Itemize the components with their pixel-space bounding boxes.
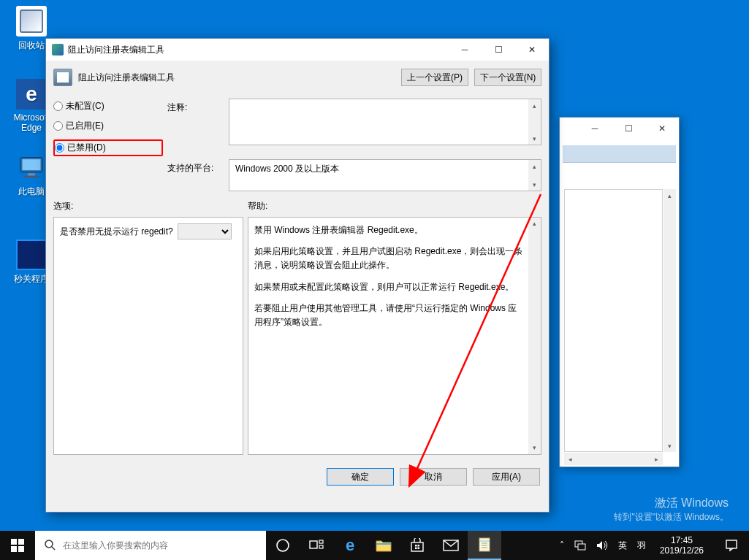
svg-rect-22 xyxy=(479,538,490,551)
scrollbar[interactable]: ▴▾ xyxy=(528,218,541,454)
svg-rect-1 xyxy=(23,159,41,170)
start-button[interactable] xyxy=(0,531,35,560)
scroll-down-icon[interactable]: ▾ xyxy=(528,132,541,145)
help-text: 禁用 Windows 注册表编辑器 Regedit.exe。 xyxy=(254,223,523,237)
file-explorer-icon[interactable] xyxy=(367,531,400,560)
svg-rect-16 xyxy=(411,542,423,551)
help-pane: 禁用 Windows 注册表编辑器 Regedit.exe。 如果启用此策略设置… xyxy=(248,217,541,455)
help-text: 如果禁用或未配置此策略设置，则用户可以正常运行 Regedit.exe。 xyxy=(254,280,523,294)
taskbar-center: e xyxy=(266,531,556,560)
windows-icon xyxy=(11,539,24,552)
watermark-title: 激活 Windows xyxy=(614,496,729,511)
platform-label: 支持的平台: xyxy=(167,159,224,191)
options-label: 选项: xyxy=(53,200,248,212)
trash-icon xyxy=(16,6,47,37)
store-icon[interactable] xyxy=(400,531,434,560)
radio-not-configured[interactable]: 未配置(C) xyxy=(53,100,163,112)
search-placeholder: 在这里输入你要搜索的内容 xyxy=(63,540,168,552)
section-labels: 选项: 帮助: xyxy=(46,196,549,214)
search-box[interactable]: 在这里输入你要搜索的内容 xyxy=(35,531,266,560)
background-window-body: ▴ ▾ ◂ ▸ xyxy=(560,145,679,472)
background-window[interactable]: ─ ☐ ✕ ▴ ▾ ◂ ▸ xyxy=(559,117,680,467)
list-header xyxy=(563,145,676,163)
scrollbar[interactable]: ▴▾ xyxy=(528,160,541,191)
scroll-down-icon[interactable]: ▾ xyxy=(528,178,541,191)
dialog-toolbar: 阻止访问注册表编辑工具 上一个设置(P) 下一个设置(N) xyxy=(46,61,549,94)
list-area xyxy=(564,189,663,452)
volume-icon[interactable] xyxy=(594,531,610,560)
svg-rect-15 xyxy=(376,543,391,545)
svg-rect-19 xyxy=(415,548,417,550)
minimize-button[interactable]: ─ xyxy=(448,39,482,61)
task-view-icon[interactable] xyxy=(300,531,333,560)
maximize-button[interactable]: ☐ xyxy=(482,39,515,61)
svg-rect-17 xyxy=(415,545,417,547)
option-question: 是否禁用无提示运行 regedit? xyxy=(60,226,173,238)
dialog-subtitle: 阻止访问注册表编辑工具 xyxy=(78,72,395,84)
scroll-up-icon[interactable]: ▴ xyxy=(528,218,541,230)
svg-rect-13 xyxy=(319,540,323,543)
ok-button[interactable]: 确定 xyxy=(327,468,394,486)
svg-rect-28 xyxy=(578,544,585,550)
edge-icon: e xyxy=(16,79,47,110)
platform-box: Windows 2000 及以上版本 ▴▾ xyxy=(229,159,541,191)
scroll-up-icon[interactable]: ▴ xyxy=(528,99,541,112)
radio-disabled[interactable]: 已禁用(D) xyxy=(55,142,159,154)
cancel-button[interactable]: 取消 xyxy=(400,468,467,486)
radio-label: 已启用(E) xyxy=(66,120,104,132)
platform-value: Windows 2000 及以上版本 xyxy=(235,164,339,174)
scroll-up-icon[interactable]: ▴ xyxy=(664,189,676,202)
cortana-icon[interactable] xyxy=(266,531,300,560)
help-text: 若要阻止用户使用其他管理工具，请使用“只运行指定的 Windows 应用程序”策… xyxy=(254,302,523,329)
tray-chevron-icon[interactable]: ˄ xyxy=(558,531,566,560)
ime-indicator-2[interactable]: 羽 xyxy=(635,531,648,560)
mail-icon[interactable] xyxy=(434,531,468,560)
date: 2019/12/26 xyxy=(660,545,704,556)
radio-enabled[interactable]: 已启用(E) xyxy=(53,120,163,132)
svg-point-9 xyxy=(45,540,53,548)
option-row: 是否禁用无提示运行 regedit? xyxy=(60,223,237,239)
svg-rect-18 xyxy=(418,545,420,547)
svg-rect-7 xyxy=(11,546,17,552)
scroll-down-icon[interactable]: ▾ xyxy=(664,440,676,452)
scroll-down-icon[interactable]: ▾ xyxy=(528,442,541,454)
minimize-button[interactable]: ─ xyxy=(578,118,612,139)
background-window-titlebar: ─ ☐ ✕ xyxy=(560,118,679,139)
ime-indicator[interactable]: 英 xyxy=(616,531,629,560)
vertical-scrollbar[interactable]: ▴ ▾ xyxy=(664,189,676,452)
svg-point-11 xyxy=(277,540,289,551)
clock[interactable]: 17:45 2019/12/26 xyxy=(654,535,710,556)
state-radios: 未配置(C) 已启用(E) 已禁用(D) xyxy=(53,99,163,156)
scroll-left-icon[interactable]: ◂ xyxy=(564,453,577,465)
option-dropdown[interactable] xyxy=(178,223,232,239)
action-center-icon[interactable] xyxy=(715,531,748,560)
horizontal-scrollbar[interactable]: ◂ ▸ xyxy=(564,453,663,465)
scroll-right-icon[interactable]: ▸ xyxy=(650,453,663,465)
next-setting-button[interactable]: 下一个设置(N) xyxy=(474,69,541,86)
svg-rect-29 xyxy=(726,540,737,548)
scroll-up-icon[interactable]: ▴ xyxy=(528,160,541,172)
dialog-title: 阻止访问注册表编辑工具 xyxy=(68,44,448,56)
notepad-taskbar-icon[interactable] xyxy=(468,531,501,560)
taskbar: 在这里输入你要搜索的内容 e ˄ 英 羽 17:45 2019/12/26 xyxy=(0,531,749,560)
help-label: 帮助: xyxy=(248,200,267,212)
network-icon[interactable] xyxy=(572,531,588,560)
app-icon xyxy=(16,239,47,270)
upper-section: 未配置(C) 已启用(E) 已禁用(D) 注释: ▴▾ 支持的平台: Windo… xyxy=(46,94,549,196)
edge-taskbar-icon[interactable]: e xyxy=(333,531,367,560)
time: 17:45 xyxy=(660,535,704,545)
dialog-titlebar[interactable]: 阻止访问注册表编辑工具 ─ ☐ ✕ xyxy=(46,39,549,61)
svg-rect-14 xyxy=(319,545,323,548)
search-icon xyxy=(44,539,56,553)
dialog-buttons: 确定 取消 应用(A) xyxy=(46,462,549,491)
comment-label: 注释: xyxy=(167,99,224,156)
close-button[interactable]: ✕ xyxy=(645,118,679,139)
comment-textarea[interactable]: ▴▾ xyxy=(229,99,541,145)
scrollbar[interactable]: ▴▾ xyxy=(528,99,541,145)
svg-rect-12 xyxy=(310,541,317,548)
prev-setting-button[interactable]: 上一个设置(P) xyxy=(401,69,468,86)
apply-button[interactable]: 应用(A) xyxy=(473,468,540,486)
svg-rect-5 xyxy=(11,539,17,545)
close-button[interactable]: ✕ xyxy=(515,39,549,61)
maximize-button[interactable]: ☐ xyxy=(612,118,645,139)
